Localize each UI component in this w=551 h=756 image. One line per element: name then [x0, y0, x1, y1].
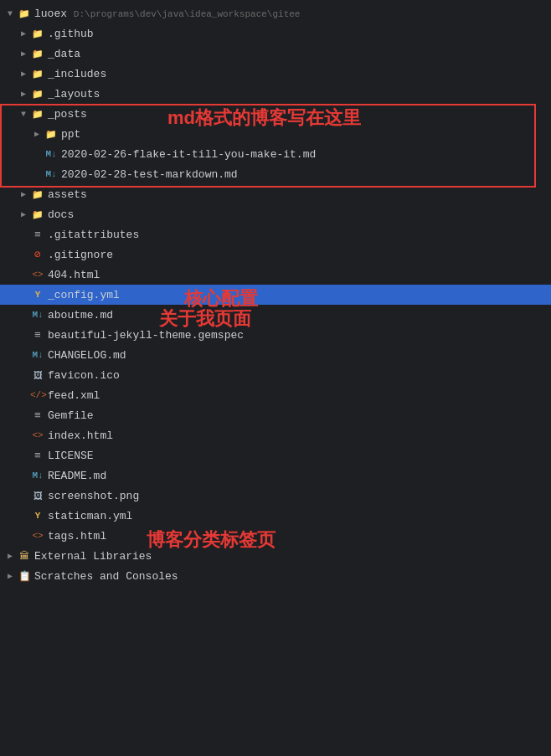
- index-label: index.html: [48, 429, 113, 442]
- data-icon: 📁: [30, 49, 45, 59]
- docs-icon: 📁: [30, 209, 45, 220]
- gitignore-icon: ⊘: [30, 248, 45, 261]
- docs-arrow: ▶: [17, 209, 30, 219]
- favicon-icon: 🖼: [30, 370, 45, 381]
- tree-item-ppt[interactable]: ▶ 📁 ppt: [0, 124, 551, 144]
- assets-label: assets: [48, 188, 87, 201]
- tree-item-license[interactable]: ≡ LICENSE: [0, 445, 551, 465]
- tree-item-docs[interactable]: ▶ 📁 docs: [0, 204, 551, 224]
- data-arrow: ▶: [17, 49, 30, 59]
- staticman-icon: Y: [30, 511, 45, 521]
- tree-item-assets[interactable]: ▶ 📁 assets: [0, 184, 551, 204]
- scratches-icon: 📋: [17, 570, 32, 583]
- root-folder-icon: 📁: [17, 8, 32, 19]
- staticman-label: staticman.yml: [48, 510, 132, 522]
- gemspec-icon: ≡: [30, 329, 45, 342]
- docs-label: docs: [48, 208, 74, 221]
- scratches-label: Scratches and Consoles: [34, 570, 178, 583]
- md1-label: 2020-02-26-flake-it-till-you-make-it.md: [61, 148, 316, 161]
- license-icon: ≡: [30, 450, 45, 462]
- includes-label: _includes: [48, 68, 106, 80]
- root-path: D:\programs\dev\java\idea_workspace\gite…: [74, 9, 301, 19]
- ppt-label: ppt: [61, 128, 80, 141]
- extlib-icon: 🏛: [17, 550, 32, 563]
- includes-arrow: ▶: [17, 69, 30, 79]
- tree-item-md1[interactable]: M↓ 2020-02-26-flake-it-till-you-make-it.…: [0, 144, 551, 164]
- config-label: _config.yml: [48, 289, 120, 301]
- tree-item-gitattributes[interactable]: ≡ .gitattributes: [0, 224, 551, 244]
- screenshot-icon: 🖼: [30, 491, 45, 501]
- tree-item-screenshot[interactable]: 🖼 screenshot.png: [0, 486, 551, 506]
- tree-item-md2[interactable]: M↓ 2020-02-28-test-markdown.md: [0, 164, 551, 184]
- md2-icon: M↓: [44, 169, 59, 179]
- tree-item-gitignore[interactable]: ⊘ .gitignore: [0, 244, 551, 265]
- data-label: _data: [48, 48, 80, 60]
- posts-label: _posts: [48, 108, 87, 121]
- 404-label: 404.html: [48, 269, 100, 281]
- gemfile-icon: ≡: [30, 409, 45, 422]
- gitignore-label: .gitignore: [48, 249, 113, 261]
- assets-arrow: ▶: [17, 189, 30, 199]
- tree-item-index[interactable]: <> index.html: [0, 425, 551, 445]
- tree-item-extlib[interactable]: ▶ 🏛 External Libraries: [0, 546, 551, 566]
- aboutme-label: aboutme.md: [48, 309, 113, 321]
- posts-highlight-section: ▼ 📁 _posts ▶ 📁 ppt M↓ 2020-02-26-flake-i…: [0, 104, 551, 184]
- tree-item-config[interactable]: Y _config.yml: [0, 285, 551, 305]
- layouts-icon: 📁: [30, 89, 45, 100]
- gemfile-label: Gemfile: [48, 409, 94, 422]
- readme-icon: M↓: [30, 471, 45, 481]
- tree-item-posts[interactable]: ▼ 📁 _posts: [0, 104, 551, 124]
- md2-label: 2020-02-28-test-markdown.md: [61, 168, 238, 181]
- root-label: luoex D:\programs\dev\java\idea_workspac…: [34, 8, 300, 20]
- aboutme-icon: M↓: [30, 310, 45, 320]
- tree-item-data[interactable]: ▶ 📁 _data: [0, 44, 551, 64]
- tree-item-github[interactable]: ▶ 📁 .github: [0, 23, 551, 44]
- license-label: LICENSE: [48, 450, 94, 462]
- posts-arrow: ▼: [17, 110, 30, 119]
- tree-item-favicon[interactable]: 🖼 favicon.ico: [0, 365, 551, 385]
- tree-item-includes[interactable]: ▶ 📁 _includes: [0, 64, 551, 84]
- extlib-label: External Libraries: [34, 550, 152, 563]
- tree-item-aboutme[interactable]: M↓ aboutme.md: [0, 305, 551, 325]
- config-row-container: Y _config.yml 核心配置: [0, 285, 551, 305]
- gitattributes-label: .gitattributes: [48, 229, 139, 241]
- github-icon: 📁: [30, 28, 45, 39]
- tree-item-tags[interactable]: <> tags.html: [0, 526, 551, 546]
- tree-item-gemspec[interactable]: ≡ beautiful-jekyll-theme.gemspec: [0, 325, 551, 345]
- root-arrow: ▼: [3, 9, 17, 18]
- includes-icon: 📁: [30, 69, 45, 80]
- tree-item-readme[interactable]: M↓ README.md: [0, 465, 551, 486]
- root-name: luoex: [34, 8, 67, 20]
- 404-icon: <>: [30, 270, 45, 280]
- config-icon: Y: [30, 290, 45, 300]
- favicon-label: favicon.ico: [48, 369, 120, 382]
- tree-item-404[interactable]: <> 404.html: [0, 265, 551, 285]
- file-tree: ▼ 📁 luoex D:\programs\dev\java\idea_work…: [0, 0, 551, 589]
- tree-item-feed[interactable]: </> feed.xml: [0, 385, 551, 405]
- index-icon: <>: [30, 430, 45, 440]
- ppt-arrow: ▶: [30, 129, 44, 139]
- scratches-arrow: ▶: [3, 571, 17, 581]
- tree-item-scratches[interactable]: ▶ 📋 Scratches and Consoles: [0, 566, 551, 586]
- feed-label: feed.xml: [48, 389, 100, 402]
- tags-label: tags.html: [48, 530, 106, 543]
- tags-row-container: <> tags.html 博客分类标签页: [0, 526, 551, 546]
- github-label: .github: [48, 28, 94, 40]
- tree-item-changelog[interactable]: M↓ CHANGELOG.md: [0, 345, 551, 365]
- github-arrow: ▶: [17, 28, 30, 39]
- gemspec-label: beautiful-jekyll-theme.gemspec: [48, 329, 244, 342]
- screenshot-label: screenshot.png: [48, 490, 139, 502]
- file-tree-container: ▼ 📁 luoex D:\programs\dev\java\idea_work…: [0, 0, 551, 589]
- tree-item-staticman[interactable]: Y staticman.yml: [0, 506, 551, 526]
- changelog-label: CHANGELOG.md: [48, 349, 126, 362]
- tree-root[interactable]: ▼ 📁 luoex D:\programs\dev\java\idea_work…: [0, 3, 551, 23]
- tags-icon: <>: [30, 531, 45, 541]
- layouts-label: _layouts: [48, 88, 100, 100]
- gitattributes-icon: ≡: [30, 229, 45, 241]
- tree-item-layouts[interactable]: ▶ 📁 _layouts: [0, 84, 551, 104]
- readme-label: README.md: [48, 470, 106, 482]
- feed-icon: </>: [30, 390, 45, 400]
- assets-icon: 📁: [30, 189, 45, 200]
- posts-icon: 📁: [30, 109, 45, 120]
- tree-item-gemfile[interactable]: ≡ Gemfile: [0, 405, 551, 425]
